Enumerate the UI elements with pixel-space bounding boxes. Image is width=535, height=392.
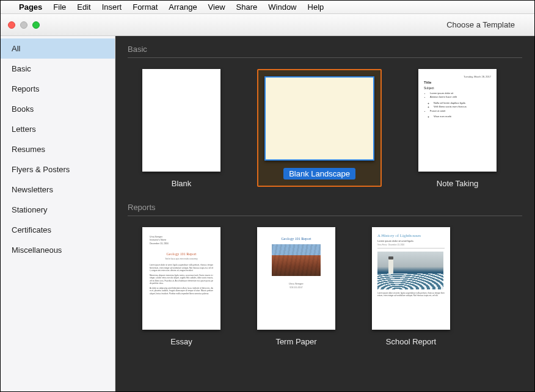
- template-essay[interactable]: Urna SemperInstructor's NameDecember 13,…: [142, 227, 220, 346]
- template-thumbnail: Tuesday, March 28, 2017 Title Subject Lo…: [418, 69, 497, 172]
- sidebar-item-newsletters[interactable]: Newsletters: [1, 180, 115, 200]
- window-title: Choose a Template: [40, 20, 527, 29]
- zoom-button[interactable]: [32, 21, 40, 29]
- menu-help[interactable]: Help: [308, 2, 324, 12]
- section-header-basic: Basic: [128, 45, 522, 54]
- template-thumbnail: A History of Lighthouses Lorem ipsum dol…: [372, 227, 450, 330]
- template-note-taking[interactable]: Tuesday, March 28, 2017 Title Subject Lo…: [418, 69, 497, 188]
- sidebar-item-basic[interactable]: Basic: [1, 59, 115, 79]
- sidebar-item-flyers-posters[interactable]: Flyers & Posters: [1, 159, 115, 180]
- template-thumbnail: [264, 76, 374, 161]
- template-label: Note Taking: [437, 179, 478, 188]
- template-grid[interactable]: Basic Blank Blank Landscape Tuesday, Mar…: [115, 36, 534, 392]
- menubar: Pages File Edit Insert Format Arrange Vi…: [1, 1, 534, 14]
- template-label: Essay: [170, 337, 192, 346]
- section-header-reports: Reports: [128, 203, 522, 212]
- menu-arrange[interactable]: Arrange: [169, 2, 197, 12]
- close-button[interactable]: [8, 21, 15, 29]
- divider: [128, 216, 522, 216]
- sidebar-item-all[interactable]: All: [1, 38, 115, 59]
- menu-window[interactable]: Window: [268, 2, 296, 12]
- template-school-report[interactable]: A History of Lighthouses Lorem ipsum dol…: [372, 227, 450, 346]
- divider: [128, 57, 522, 58]
- menu-file[interactable]: File: [53, 2, 66, 12]
- template-chooser-window: Choose a Template All Basic Reports Book…: [1, 14, 534, 392]
- sidebar-item-certificates[interactable]: Certificates: [1, 220, 115, 240]
- app-menu[interactable]: Pages: [19, 2, 42, 12]
- category-sidebar: All Basic Reports Books Letters Resumes …: [1, 36, 115, 392]
- template-label: Term Paper: [275, 337, 316, 346]
- template-blank-landscape[interactable]: Blank Landscape: [257, 69, 382, 188]
- template-thumbnail: Urna SemperInstructor's NameDecember 13,…: [142, 227, 220, 330]
- minimize-button[interactable]: [20, 21, 27, 29]
- template-thumbnail: [142, 69, 220, 172]
- template-blank[interactable]: Blank: [142, 69, 220, 188]
- menu-edit[interactable]: Edit: [77, 2, 90, 12]
- titlebar: Choose a Template: [1, 14, 534, 36]
- sidebar-item-reports[interactable]: Reports: [1, 79, 115, 99]
- sidebar-item-letters[interactable]: Letters: [1, 119, 115, 139]
- sidebar-item-miscellaneous[interactable]: Miscellaneous: [1, 240, 115, 260]
- menu-share[interactable]: Share: [236, 2, 258, 12]
- template-label: Blank: [172, 179, 192, 188]
- template-label: School Report: [386, 337, 436, 346]
- canyon-image: [272, 244, 321, 276]
- menu-view[interactable]: View: [208, 2, 225, 12]
- lighthouse-image: [377, 252, 443, 289]
- selection-highlight: Blank Landscape: [257, 69, 382, 187]
- menu-insert[interactable]: Insert: [102, 2, 122, 12]
- template-row-reports: Urna SemperInstructor's NameDecember 13,…: [128, 227, 522, 346]
- traffic-lights: [8, 21, 40, 29]
- sidebar-item-resumes[interactable]: Resumes: [1, 139, 115, 159]
- menu-format[interactable]: Format: [133, 2, 158, 12]
- template-row-basic: Blank Blank Landscape Tuesday, March 28,…: [128, 69, 522, 188]
- sidebar-item-stationery[interactable]: Stationery: [1, 200, 115, 220]
- sidebar-item-books[interactable]: Books: [1, 99, 115, 119]
- template-label: Blank Landscape: [283, 168, 355, 180]
- template-term-paper[interactable]: Geology 101 Report Urna Semper 928.555.0…: [257, 227, 335, 346]
- template-thumbnail: Geology 101 Report Urna Semper 928.555.0…: [257, 227, 335, 330]
